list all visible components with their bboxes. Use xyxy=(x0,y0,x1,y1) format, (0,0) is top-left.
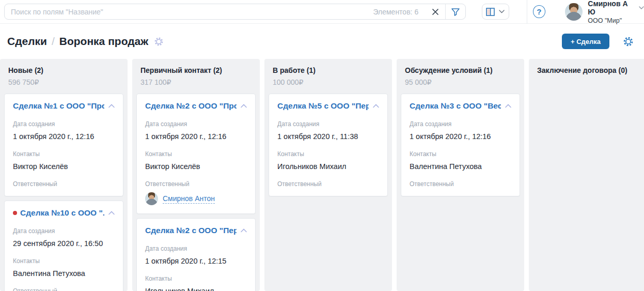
contacts-label: Контакты xyxy=(13,257,115,265)
search-box[interactable]: Элементов: 6 xyxy=(4,4,466,20)
contact-value: Виктор Киселёв xyxy=(13,162,115,171)
collapse-chevron-up-icon[interactable] xyxy=(241,104,247,108)
column-cards: Сделка №1 с ООО "Про... Дата создания 1 … xyxy=(0,86,128,291)
deal-card-title-row: Сделка №2 с ООО "Пер... xyxy=(145,226,247,235)
topbar-divider xyxy=(527,0,527,24)
help-button[interactable]: ? xyxy=(533,5,546,18)
user-name: Смирнов А Ю xyxy=(588,0,636,16)
contact-value: Виктор Киселёв xyxy=(145,162,247,171)
top-bar: Элементов: 6 ? xyxy=(0,0,644,24)
column-title: Новые (2) xyxy=(8,66,119,74)
breadcrumb: Сделки / Воронка продаж xyxy=(7,35,164,48)
deal-card[interactable]: Сделка №10 с ООО "... Дата создания 29 с… xyxy=(4,201,123,291)
column-header: Первичный контакт (2) 317 100₽ xyxy=(132,65,260,86)
pipeline-column: Новые (2) 596 750₽ Сделка №1 с ООО "Про.… xyxy=(0,59,128,291)
column-amount: 317 100₽ xyxy=(140,78,252,86)
created-label: Дата создания xyxy=(410,120,511,128)
column-amount: 95 000₽ xyxy=(405,78,516,86)
chevron-down-icon xyxy=(639,6,644,9)
chevron-down-icon xyxy=(499,10,505,13)
search-input[interactable] xyxy=(5,8,373,16)
deal-title[interactable]: Сделка №2 с ООО "Про... xyxy=(145,101,237,111)
deal-title[interactable]: Сделка №3 с ООО "Вес... xyxy=(410,101,501,111)
board-view-selector[interactable] xyxy=(482,4,509,20)
created-value: 1 октября 2020 г., 12:16 xyxy=(410,132,511,141)
responsible-row: Смирнов Антон xyxy=(145,192,247,205)
responsible-label: Ответственный xyxy=(410,180,511,188)
responsible-avatar xyxy=(145,192,158,205)
column-cards: Сделка №5 с ООО "Пер... Дата создания 1 … xyxy=(264,86,392,196)
column-header: Обсуждение условий (1) 95 000₽ xyxy=(397,65,524,86)
pipeline-column: Обсуждение условий (1) 95 000₽ Сделка №3… xyxy=(397,59,524,291)
user-company: ООО "Мир" xyxy=(588,17,644,24)
created-label: Дата создания xyxy=(13,120,115,128)
column-amount: 596 750₽ xyxy=(8,78,119,86)
contacts-label: Контакты xyxy=(13,150,115,158)
deal-card-title-row: Сделка №2 с ООО "Про... xyxy=(145,101,247,111)
filter-button[interactable] xyxy=(446,4,465,19)
created-label: Дата создания xyxy=(145,120,247,128)
column-title: Обсуждение условий (1) xyxy=(405,66,516,74)
pipeline-column: В работе (1) 100 000₽ Сделка №5 с ООО "П… xyxy=(264,59,392,291)
pipeline-column: Первичный контакт (2) 317 100₽ Сделка №2… xyxy=(132,59,260,291)
contacts-label: Контакты xyxy=(410,150,511,158)
pipeline-column: Заключение договора (0) xyxy=(529,59,644,291)
breadcrumb-page-title: Воронка продаж xyxy=(59,35,148,48)
responsible-label: Ответственный xyxy=(13,180,115,188)
deal-card[interactable]: Сделка №2 с ООО "Пер... Дата создания 1 … xyxy=(136,218,256,291)
responsible-label: Ответственный xyxy=(145,180,247,188)
deal-card[interactable]: Сделка №2 с ООО "Про... Дата создания 1 … xyxy=(136,94,256,214)
collapse-chevron-up-icon[interactable] xyxy=(373,104,379,108)
kanban-board: Новые (2) 596 750₽ Сделка №1 с ООО "Про.… xyxy=(0,59,644,291)
column-cards: Сделка №3 с ООО "Вес... Дата создания 1 … xyxy=(397,86,524,196)
deal-title[interactable]: Сделка №5 с ООО "Пер... xyxy=(277,101,369,111)
deal-card-title-row: Сделка №3 с ООО "Вес... xyxy=(410,101,511,111)
created-label: Дата создания xyxy=(13,227,115,235)
status-dot xyxy=(13,211,17,215)
collapse-chevron-up-icon[interactable] xyxy=(108,211,115,215)
contact-value: Валентина Петухова xyxy=(13,269,115,278)
created-label: Дата создания xyxy=(145,245,247,252)
page-header: Сделки / Воронка продаж + Сделка xyxy=(0,24,644,59)
column-header: Заключение договора (0) xyxy=(529,65,644,86)
responsible-label: Ответственный xyxy=(277,180,379,188)
deal-title[interactable]: Сделка №10 с ООО "... xyxy=(20,208,104,218)
column-amount: 100 000₽ xyxy=(273,78,384,86)
collapse-chevron-up-icon[interactable] xyxy=(505,104,511,108)
responsible-link[interactable]: Смирнов Антон xyxy=(163,194,215,204)
column-title: В работе (1) xyxy=(273,66,384,74)
board-settings-gear-icon[interactable] xyxy=(623,36,634,47)
close-icon xyxy=(432,8,439,16)
created-value: 1 октября 2020 г., 12:15 xyxy=(145,257,247,265)
column-header: Новые (2) 596 750₽ xyxy=(0,65,128,86)
column-amount xyxy=(537,78,644,86)
contact-value: Валентина Петухова xyxy=(410,162,511,171)
add-deal-button[interactable]: + Сделка xyxy=(562,34,609,49)
column-title: Первичный контакт (2) xyxy=(140,66,252,74)
contacts-label: Контакты xyxy=(277,150,379,158)
collapse-chevron-up-icon[interactable] xyxy=(108,104,115,108)
collapse-chevron-up-icon[interactable] xyxy=(241,228,247,233)
clear-search-button[interactable] xyxy=(426,4,445,19)
responsible-label: Ответственный xyxy=(13,287,115,291)
user-avatar xyxy=(565,3,583,21)
deal-card-title-row: Сделка №5 с ООО "Пер... xyxy=(277,101,379,111)
created-label: Дата создания xyxy=(277,120,379,128)
breadcrumb-section[interactable]: Сделки xyxy=(7,35,47,48)
deal-title[interactable]: Сделка №1 с ООО "Про... xyxy=(13,101,104,111)
deal-card[interactable]: Сделка №3 с ООО "Вес... Дата создания 1 … xyxy=(401,94,520,196)
column-title: Заключение договора (0) xyxy=(537,66,644,74)
deal-card[interactable]: Сделка №1 с ООО "Про... Дата создания 1 … xyxy=(4,94,123,196)
breadcrumb-separator: / xyxy=(52,35,55,48)
user-menu[interactable]: Смирнов А Ю ООО "Мир" xyxy=(565,0,644,24)
contacts-label: Контакты xyxy=(145,150,247,158)
column-cards xyxy=(529,86,644,94)
contact-value: Игольников Михаил xyxy=(145,287,247,291)
kanban-view-icon xyxy=(486,8,495,16)
funnel-settings-gear-icon[interactable] xyxy=(154,37,164,47)
column-cards: Сделка №2 с ООО "Про... Дата создания 1 … xyxy=(132,86,260,291)
created-value: 1 октября 2020 г., 12:16 xyxy=(145,132,247,141)
deal-card[interactable]: Сделка №5 с ООО "Пер... Дата создания 1 … xyxy=(269,94,388,196)
deal-title[interactable]: Сделка №2 с ООО "Пер... xyxy=(145,226,237,235)
created-value: 1 октября 2020 г., 11:38 xyxy=(277,132,379,141)
